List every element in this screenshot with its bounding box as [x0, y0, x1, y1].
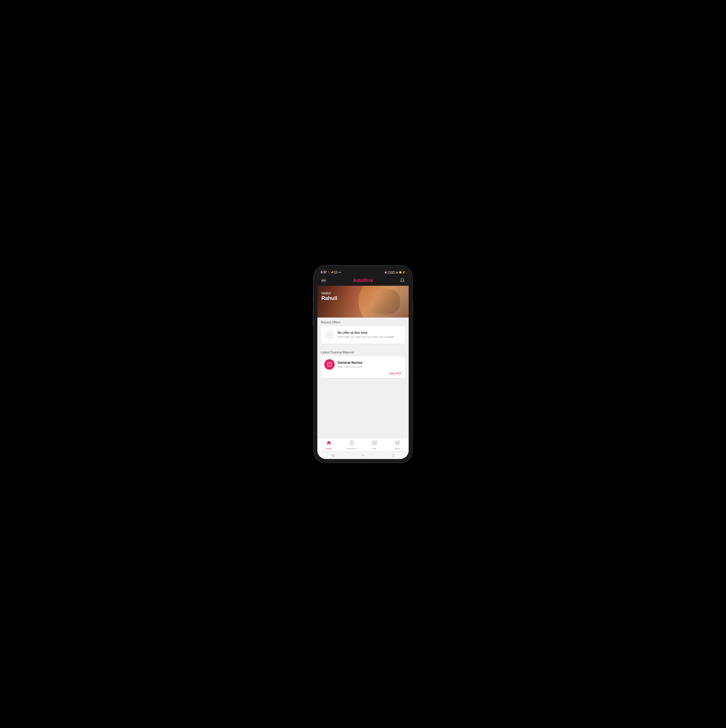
training-info: General Norms Date: 02nd, Oct 2019: [337, 361, 362, 368]
nav-emi-label: EMI: [372, 447, 376, 450]
location-icon: 📍: [328, 271, 330, 274]
signal-icon: 📶: [399, 271, 402, 274]
training-card: General Norms Date: 02nd, Oct 2019 View …: [321, 356, 405, 378]
hero-greeting: Hello!: [321, 291, 337, 295]
notification-bell[interactable]: [400, 278, 405, 283]
phone-device: 6:37 📍 🔑 U ∞∞ ⏰ VoLTE 🔒 📶 🔋: [314, 266, 412, 462]
research-icon: [349, 440, 354, 447]
android-nav: ◁ ○ □: [317, 451, 409, 459]
back-button[interactable]: ◁: [331, 453, 334, 457]
status-time: 6:37: [321, 271, 326, 274]
view-pdf-button[interactable]: View PDF: [324, 372, 402, 375]
no-offer-subtitle: We'll notify you when the new offers are…: [337, 335, 395, 339]
recent-offers-title: Recent Offers: [321, 320, 405, 324]
app-screen: 6:37 📍 🔑 U ∞∞ ⏰ VoLTE 🔒 📶 🔋: [317, 269, 409, 459]
nav-research[interactable]: Research: [340, 440, 363, 450]
status-left: 6:37 📍 🔑 U ∞∞: [321, 271, 341, 274]
nav-offers-label: Offers: [394, 447, 401, 450]
emi-icon: [372, 440, 377, 447]
nav-home[interactable]: Home: [317, 440, 340, 450]
recent-button[interactable]: □: [392, 453, 395, 457]
hamburger-line-1: [321, 279, 326, 280]
logo-highlight: o: [361, 278, 364, 283]
battery-icon: 🔋: [403, 271, 405, 274]
svg-rect-5: [372, 441, 377, 445]
key-icon: 🔑: [331, 271, 334, 274]
no-offer-text: No offer at this time We'll notify you w…: [337, 331, 395, 339]
svg-rect-3: [350, 441, 354, 445]
training-title: Latest Training Material: [321, 350, 405, 354]
no-offer-card: No offer at this time We'll notify you w…: [321, 326, 405, 344]
training-item-date: Date: 02nd, Oct 2019: [337, 365, 362, 368]
recent-offers-section: Recent Offers No offer at this time We'l…: [317, 318, 409, 348]
nav-home-label: Home: [326, 447, 332, 450]
infinity-icon: ∞∞: [338, 271, 341, 274]
app-logo: AutoRise: [353, 278, 373, 283]
status-bar: 6:37 📍 🔑 U ∞∞ ⏰ VoLTE 🔒 📶 🔋: [317, 269, 409, 276]
hero-username: Rahull: [321, 295, 337, 301]
svg-point-4: [351, 442, 352, 444]
volte-badge: VoLTE: [388, 271, 395, 274]
nav-offers[interactable]: Offers: [386, 440, 409, 450]
status-right: ⏰ VoLTE 🔒 📶 🔋: [384, 271, 405, 274]
nav-research-label: Research: [346, 447, 356, 450]
home-icon: [326, 440, 331, 447]
home-button[interactable]: ○: [362, 453, 364, 457]
nav-emi[interactable]: EMI: [363, 440, 386, 450]
u-icon: U: [334, 271, 337, 274]
training-item-title: General Norms: [337, 361, 362, 365]
app-header: AutoRise: [317, 276, 409, 286]
bottom-nav: Home Research: [317, 438, 409, 451]
alarm-icon: ⏰: [384, 271, 387, 274]
training-icon: [324, 359, 335, 370]
no-offer-heading: No offer at this time: [337, 331, 395, 334]
lock-icon: 🔒: [396, 271, 398, 274]
hero-banner: Hello! Rahull: [317, 286, 409, 318]
offers-icon: [395, 440, 400, 447]
training-item: General Norms Date: 02nd, Oct 2019: [324, 359, 402, 370]
phone-screen: 6:37 📍 🔑 U ∞∞ ⏰ VoLTE 🔒 📶 🔋: [317, 269, 409, 459]
logo-suffix: Rise: [363, 278, 373, 283]
no-offer-icon: [324, 330, 335, 340]
main-content: Recent Offers No offer at this time We'l…: [317, 318, 409, 438]
hero-detail: [365, 289, 400, 315]
hamburger-line-2: [321, 280, 326, 281]
training-section: Latest Training Material General Norms: [317, 348, 409, 382]
hamburger-menu[interactable]: [321, 279, 326, 282]
logo-prefix: Aut: [353, 278, 361, 283]
hero-text: Hello! Rahull: [321, 291, 337, 301]
svg-point-1: [329, 333, 330, 334]
hamburger-line-3: [321, 282, 326, 282]
